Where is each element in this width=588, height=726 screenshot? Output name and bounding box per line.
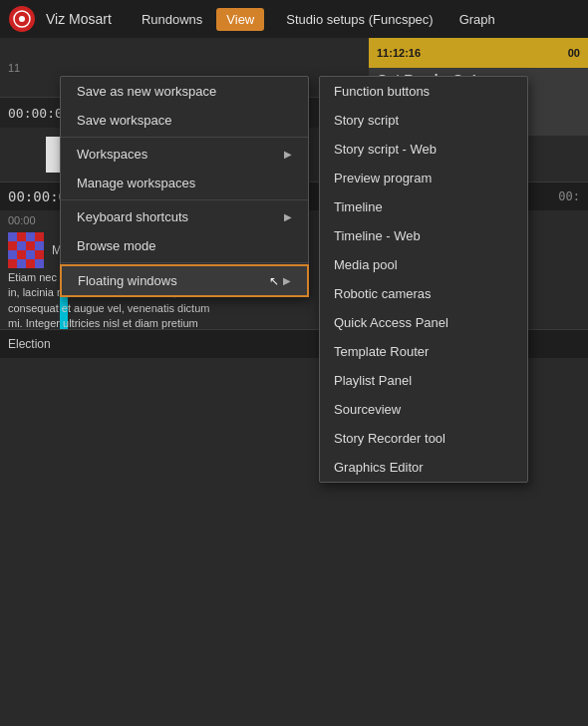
browse-label: Browse mode (77, 238, 155, 253)
dropdown-item-manage[interactable]: Manage workspaces (61, 169, 308, 197)
timecode-dur2: 00: (558, 189, 580, 203)
submenu-robotic-cameras[interactable]: Robotic cameras (320, 279, 527, 308)
workspaces-arrow: ▶ (284, 149, 292, 160)
preview-program-label: Preview program (334, 171, 432, 185)
story-script-web-label: Story script - Web (334, 142, 437, 157)
submenu-graphics-editor[interactable]: Graphics Editor (320, 453, 527, 482)
sourceview-label: Sourceview (334, 402, 401, 417)
svg-point-2 (19, 16, 25, 22)
keyboard-arrow: ▶ (284, 211, 292, 222)
divider3 (61, 262, 308, 263)
timeline-label: Timeline (334, 199, 383, 214)
submenu-function-buttons[interactable]: Function buttons (320, 77, 527, 106)
submenu-sourceview[interactable]: Sourceview (320, 395, 527, 424)
submenu-timeline-web[interactable]: Timeline - Web (320, 221, 527, 250)
floating-label: Floating windows (78, 273, 177, 288)
highlight-time-value: 11:12:16 (377, 47, 421, 59)
media-pool-label: Media pool (334, 257, 398, 272)
menu-view[interactable]: View (216, 8, 264, 31)
keyboard-label: Keyboard shortcuts (77, 209, 188, 224)
view-dropdown: Save as new workspace Save workspace Wor… (60, 76, 309, 297)
submenu-story-script-web[interactable]: Story script - Web (320, 135, 527, 164)
submenu-story-recorder[interactable]: Story Recorder tool (320, 424, 527, 453)
content-area: 11 11:12:16 00 Get Ready, Go! 11:12:16 0… (0, 38, 588, 726)
workspaces-label: Workspaces (77, 147, 147, 162)
quick-access-label: Quick Access Panel (334, 315, 448, 330)
graphics-editor-label: Graphics Editor (334, 460, 424, 475)
submenu-preview-program[interactable]: Preview program (320, 164, 527, 192)
save-label: Save workspace (77, 113, 171, 128)
dropdown-item-workspaces[interactable]: Workspaces ▶ (61, 140, 308, 169)
playlist-panel-label: Playlist Panel (334, 373, 412, 388)
footer-label: Election (8, 337, 51, 351)
dropdown-item-save-new[interactable]: Save as new workspace (61, 77, 308, 106)
menu-studio[interactable]: Studio setups (Funcspec) (276, 8, 442, 31)
story-recorder-label: Story Recorder tool (334, 431, 445, 446)
submenu-template-router[interactable]: Template Router (320, 337, 527, 366)
app-logo[interactable] (8, 5, 36, 33)
submenu-playlist-panel[interactable]: Playlist Panel (320, 366, 527, 395)
dropdown-item-browse[interactable]: Browse mode (61, 231, 308, 260)
timeline-web-label: Timeline - Web (334, 228, 421, 243)
divider1 (61, 137, 308, 138)
menu-graph[interactable]: Graph (449, 8, 505, 31)
save-new-label: Save as new workspace (77, 84, 216, 99)
submenu-quick-access[interactable]: Quick Access Panel (320, 308, 527, 337)
dropdown-item-floating[interactable]: Floating windows ↖ ▶ (61, 265, 308, 296)
robotic-cameras-label: Robotic cameras (334, 286, 432, 301)
manage-label: Manage workspaces (77, 176, 195, 190)
submenu-story-script[interactable]: Story script (320, 106, 527, 135)
dropdown-item-keyboard[interactable]: Keyboard shortcuts ▶ (61, 202, 308, 231)
divider2 (61, 199, 308, 200)
function-buttons-label: Function buttons (334, 84, 430, 99)
checker-icon (8, 232, 44, 268)
menubar: Viz Mosart Rundowns View Studio setups (… (0, 0, 588, 38)
cursor-icon: ↖ (269, 274, 279, 288)
submenu-media-pool[interactable]: Media pool (320, 250, 527, 279)
story-script-label: Story script (334, 113, 399, 128)
template-router-label: Template Router (334, 344, 429, 359)
floating-right: ↖ ▶ (269, 274, 291, 288)
menu-rundowns[interactable]: Rundowns (132, 8, 212, 31)
floating-arrow: ▶ (283, 275, 291, 286)
row1-time: 11 (8, 62, 38, 74)
highlight-time: 11:12:16 00 (369, 38, 588, 68)
floating-windows-submenu: Function buttons Story script Story scri… (319, 76, 528, 483)
dropdown-item-save[interactable]: Save workspace (61, 106, 308, 135)
app-title: Viz Mosart (46, 11, 112, 27)
submenu-timeline[interactable]: Timeline (320, 192, 527, 221)
highlight-dur: 00 (568, 47, 580, 59)
